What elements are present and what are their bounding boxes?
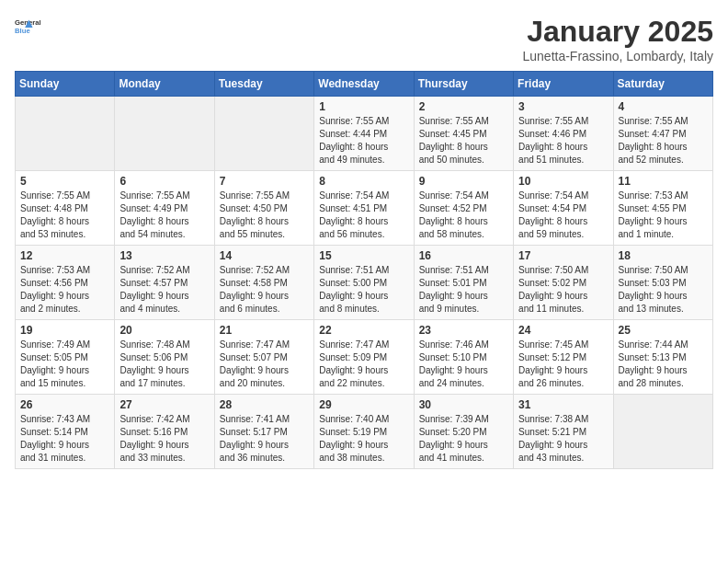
header: GeneralBlue January 2025 Lunetta-Frassin… xyxy=(15,15,713,63)
subtitle: Lunetta-Frassino, Lombardy, Italy xyxy=(522,49,713,63)
day-number: 9 xyxy=(419,175,508,188)
calendar-cell: 19Sunrise: 7:49 AM Sunset: 5:05 PM Dayli… xyxy=(16,320,115,395)
day-info: Sunrise: 7:53 AM Sunset: 4:55 PM Dayligh… xyxy=(619,190,708,241)
calendar-cell: 23Sunrise: 7:46 AM Sunset: 5:10 PM Dayli… xyxy=(414,320,513,395)
calendar-cell: 17Sunrise: 7:50 AM Sunset: 5:02 PM Dayli… xyxy=(514,246,613,320)
title-block: January 2025 Lunetta-Frassino, Lombardy,… xyxy=(522,15,713,63)
day-number: 10 xyxy=(518,175,608,188)
day-info: Sunrise: 7:48 AM Sunset: 5:06 PM Dayligh… xyxy=(119,339,209,390)
day-number: 3 xyxy=(518,100,608,113)
weekday-header-wednesday: Wednesday xyxy=(314,72,414,97)
day-info: Sunrise: 7:38 AM Sunset: 5:21 PM Dayligh… xyxy=(518,413,608,465)
day-info: Sunrise: 7:55 AM Sunset: 4:45 PM Dayligh… xyxy=(419,115,508,167)
calendar-cell: 28Sunrise: 7:41 AM Sunset: 5:17 PM Dayli… xyxy=(214,395,313,469)
weekday-header-tuesday: Tuesday xyxy=(214,72,313,97)
day-number: 13 xyxy=(119,249,209,262)
day-number: 30 xyxy=(419,398,508,411)
week-row-5: 26Sunrise: 7:43 AM Sunset: 5:14 PM Dayli… xyxy=(16,395,713,469)
calendar-cell: 20Sunrise: 7:48 AM Sunset: 5:06 PM Dayli… xyxy=(115,320,214,395)
day-info: Sunrise: 7:53 AM Sunset: 4:56 PM Dayligh… xyxy=(20,264,109,316)
day-info: Sunrise: 7:52 AM Sunset: 4:57 PM Dayligh… xyxy=(119,264,209,316)
weekday-header-row: SundayMondayTuesdayWednesdayThursdayFrid… xyxy=(16,72,713,97)
day-info: Sunrise: 7:52 AM Sunset: 4:58 PM Dayligh… xyxy=(220,264,309,316)
calendar-cell: 4Sunrise: 7:55 AM Sunset: 4:47 PM Daylig… xyxy=(613,97,712,171)
day-number: 1 xyxy=(319,100,408,113)
day-info: Sunrise: 7:51 AM Sunset: 5:00 PM Dayligh… xyxy=(319,264,408,316)
day-number: 12 xyxy=(20,249,109,262)
day-info: Sunrise: 7:55 AM Sunset: 4:49 PM Dayligh… xyxy=(119,190,209,241)
calendar-cell: 16Sunrise: 7:51 AM Sunset: 5:01 PM Dayli… xyxy=(414,246,513,320)
calendar-cell: 7Sunrise: 7:55 AM Sunset: 4:50 PM Daylig… xyxy=(214,171,313,246)
day-number: 20 xyxy=(119,324,209,337)
day-info: Sunrise: 7:54 AM Sunset: 4:52 PM Dayligh… xyxy=(419,190,508,241)
calendar-cell: 13Sunrise: 7:52 AM Sunset: 4:57 PM Dayli… xyxy=(115,246,214,320)
day-number: 28 xyxy=(220,398,309,411)
weekday-header-sunday: Sunday xyxy=(16,72,115,97)
logo: GeneralBlue xyxy=(15,15,40,40)
calendar-cell: 21Sunrise: 7:47 AM Sunset: 5:07 PM Dayli… xyxy=(214,320,313,395)
calendar-cell xyxy=(115,97,214,171)
month-title: January 2025 xyxy=(522,15,713,49)
day-info: Sunrise: 7:55 AM Sunset: 4:50 PM Dayligh… xyxy=(220,190,309,241)
day-info: Sunrise: 7:50 AM Sunset: 5:03 PM Dayligh… xyxy=(619,264,708,316)
day-info: Sunrise: 7:43 AM Sunset: 5:14 PM Dayligh… xyxy=(20,413,109,465)
day-info: Sunrise: 7:45 AM Sunset: 5:12 PM Dayligh… xyxy=(518,339,608,390)
day-info: Sunrise: 7:46 AM Sunset: 5:10 PM Dayligh… xyxy=(419,339,508,390)
calendar-cell xyxy=(16,97,115,171)
calendar-cell: 29Sunrise: 7:40 AM Sunset: 5:19 PM Dayli… xyxy=(314,395,414,469)
calendar-cell: 6Sunrise: 7:55 AM Sunset: 4:49 PM Daylig… xyxy=(115,171,214,246)
calendar-cell: 11Sunrise: 7:53 AM Sunset: 4:55 PM Dayli… xyxy=(613,171,712,246)
day-number: 5 xyxy=(20,175,109,188)
day-number: 14 xyxy=(220,249,309,262)
calendar-cell xyxy=(214,97,313,171)
day-info: Sunrise: 7:49 AM Sunset: 5:05 PM Dayligh… xyxy=(20,339,109,390)
day-number: 27 xyxy=(119,398,209,411)
day-number: 26 xyxy=(20,398,109,411)
day-info: Sunrise: 7:40 AM Sunset: 5:19 PM Dayligh… xyxy=(319,413,408,465)
day-number: 15 xyxy=(319,249,408,262)
day-number: 11 xyxy=(619,175,708,188)
day-info: Sunrise: 7:55 AM Sunset: 4:44 PM Dayligh… xyxy=(319,115,408,167)
week-row-1: 1Sunrise: 7:55 AM Sunset: 4:44 PM Daylig… xyxy=(16,97,713,171)
weekday-header-monday: Monday xyxy=(115,72,214,97)
calendar-cell: 26Sunrise: 7:43 AM Sunset: 5:14 PM Dayli… xyxy=(16,395,115,469)
day-number: 22 xyxy=(319,324,408,337)
calendar-cell: 24Sunrise: 7:45 AM Sunset: 5:12 PM Dayli… xyxy=(514,320,613,395)
calendar-cell: 27Sunrise: 7:42 AM Sunset: 5:16 PM Dayli… xyxy=(115,395,214,469)
day-info: Sunrise: 7:44 AM Sunset: 5:13 PM Dayligh… xyxy=(619,339,708,390)
calendar-cell: 31Sunrise: 7:38 AM Sunset: 5:21 PM Dayli… xyxy=(514,395,613,469)
day-info: Sunrise: 7:50 AM Sunset: 5:02 PM Dayligh… xyxy=(518,264,608,316)
weekday-header-saturday: Saturday xyxy=(613,72,712,97)
day-number: 23 xyxy=(419,324,508,337)
day-number: 25 xyxy=(619,324,708,337)
calendar-cell: 25Sunrise: 7:44 AM Sunset: 5:13 PM Dayli… xyxy=(613,320,712,395)
day-info: Sunrise: 7:51 AM Sunset: 5:01 PM Dayligh… xyxy=(419,264,508,316)
day-number: 21 xyxy=(220,324,309,337)
calendar-cell: 15Sunrise: 7:51 AM Sunset: 5:00 PM Dayli… xyxy=(314,246,414,320)
day-number: 8 xyxy=(319,175,408,188)
day-info: Sunrise: 7:47 AM Sunset: 5:07 PM Dayligh… xyxy=(220,339,309,390)
calendar-cell: 2Sunrise: 7:55 AM Sunset: 4:45 PM Daylig… xyxy=(414,97,513,171)
day-number: 19 xyxy=(20,324,109,337)
calendar-cell: 22Sunrise: 7:47 AM Sunset: 5:09 PM Dayli… xyxy=(314,320,414,395)
weekday-header-thursday: Thursday xyxy=(414,72,513,97)
day-info: Sunrise: 7:47 AM Sunset: 5:09 PM Dayligh… xyxy=(319,339,408,390)
day-number: 17 xyxy=(518,249,608,262)
calendar-cell: 8Sunrise: 7:54 AM Sunset: 4:51 PM Daylig… xyxy=(314,171,414,246)
day-number: 4 xyxy=(619,100,708,113)
calendar-cell: 3Sunrise: 7:55 AM Sunset: 4:46 PM Daylig… xyxy=(514,97,613,171)
day-info: Sunrise: 7:54 AM Sunset: 4:54 PM Dayligh… xyxy=(518,190,608,241)
day-number: 18 xyxy=(619,249,708,262)
weekday-header-friday: Friday xyxy=(514,72,613,97)
calendar-cell: 30Sunrise: 7:39 AM Sunset: 5:20 PM Dayli… xyxy=(414,395,513,469)
day-number: 2 xyxy=(419,100,508,113)
day-number: 16 xyxy=(419,249,508,262)
week-row-3: 12Sunrise: 7:53 AM Sunset: 4:56 PM Dayli… xyxy=(16,246,713,320)
week-row-4: 19Sunrise: 7:49 AM Sunset: 5:05 PM Dayli… xyxy=(16,320,713,395)
calendar-cell xyxy=(613,395,712,469)
logo-icon: GeneralBlue xyxy=(15,15,40,40)
day-info: Sunrise: 7:42 AM Sunset: 5:16 PM Dayligh… xyxy=(119,413,209,465)
calendar-cell: 12Sunrise: 7:53 AM Sunset: 4:56 PM Dayli… xyxy=(16,246,115,320)
day-info: Sunrise: 7:39 AM Sunset: 5:20 PM Dayligh… xyxy=(419,413,508,465)
day-number: 7 xyxy=(220,175,309,188)
